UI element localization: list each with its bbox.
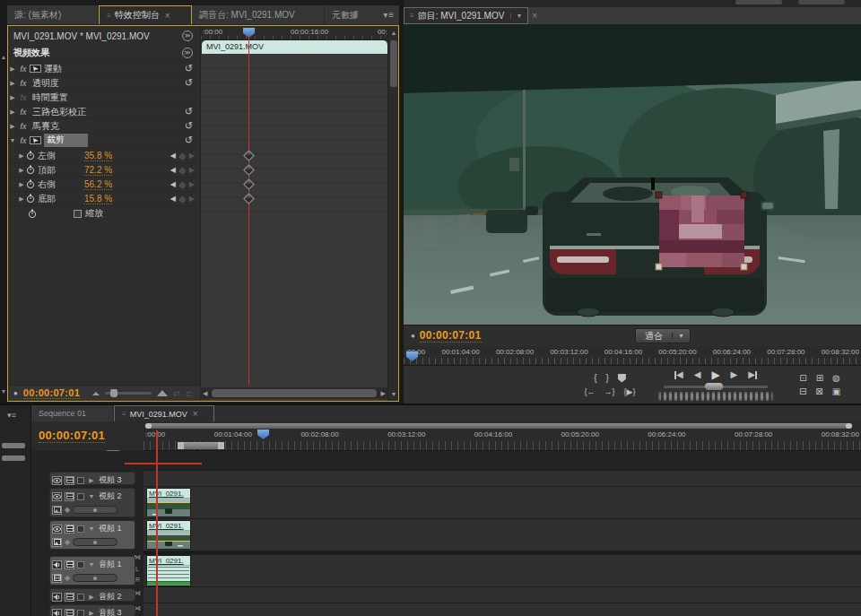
go-to-out-button[interactable]: →} bbox=[604, 386, 615, 397]
next-keyframe-icon[interactable]: ▶ bbox=[189, 166, 195, 174]
scroll-up-icon[interactable]: ▲ bbox=[0, 54, 7, 60]
track-lane-a2[interactable] bbox=[144, 587, 861, 603]
param-row-bottom[interactable]: ▶ 底部 15.8 % ◀◆▶ bbox=[8, 192, 200, 206]
toggle-track-output-button[interactable] bbox=[52, 476, 62, 485]
tab-clip-timeline[interactable]: ≡ MVI_0291.MOV × bbox=[114, 405, 214, 421]
add-keyframe-icon[interactable]: ◆ bbox=[179, 195, 186, 204]
viewbar-handle[interactable] bbox=[846, 423, 852, 429]
next-keyframe-icon[interactable]: ▶ bbox=[189, 180, 195, 188]
track-lane-v2[interactable]: MVI_0291. bbox=[144, 487, 861, 519]
param-value[interactable]: 15.8 % bbox=[84, 194, 112, 204]
show-keyframes-icon[interactable]: ◆ bbox=[65, 538, 70, 546]
chevron-down-icon[interactable]: ▼ bbox=[510, 13, 522, 19]
sync-lock-button[interactable] bbox=[65, 560, 74, 569]
close-icon[interactable]: × bbox=[532, 11, 537, 21]
next-keyframe-icon[interactable]: ▶ bbox=[189, 195, 195, 203]
scroll-down-icon[interactable]: ▼ bbox=[388, 391, 399, 397]
zoom-in-icon[interactable] bbox=[157, 390, 168, 396]
chevron-down-icon[interactable]: ▼ bbox=[87, 525, 96, 532]
tab-sequence-01[interactable]: Sequence 01 bbox=[31, 405, 114, 421]
stopwatch-icon[interactable] bbox=[26, 165, 35, 175]
chevron-down-icon[interactable]: ▼ bbox=[87, 561, 96, 568]
tab-metadata[interactable]: 元數據 bbox=[325, 5, 377, 24]
clip-v1[interactable]: MVI_0291. bbox=[146, 520, 191, 550]
add-keyframe-icon[interactable]: ◆ bbox=[179, 180, 186, 189]
show-keyframes-icon[interactable]: ◆ bbox=[65, 574, 70, 582]
opacity-rubber-band[interactable] bbox=[147, 502, 190, 503]
opacity-rubber-band[interactable] bbox=[147, 541, 190, 542]
toggle-track-output-button[interactable] bbox=[52, 609, 62, 616]
mark-out-button[interactable]: } bbox=[606, 373, 609, 384]
toggle-track-output-button[interactable] bbox=[52, 492, 62, 501]
show-keyframes-icon[interactable]: ◆ bbox=[65, 506, 70, 514]
program-video-frame[interactable] bbox=[404, 25, 861, 325]
ecp-timecode[interactable]: 00:00:07:01 bbox=[23, 387, 80, 399]
reset-icon[interactable]: ↺ bbox=[185, 134, 193, 146]
scroll-down-icon[interactable]: ▼ bbox=[0, 388, 7, 395]
play-button[interactable]: ▶ bbox=[711, 369, 719, 381]
chevron-down-icon[interactable]: ▼ bbox=[87, 493, 96, 499]
stopwatch-icon[interactable] bbox=[28, 209, 37, 219]
scrollbar-thumb[interactable] bbox=[390, 40, 397, 87]
shuttle-slider[interactable] bbox=[664, 386, 768, 388]
program-timecode[interactable]: 00:00:07:01 bbox=[420, 329, 482, 343]
param-value[interactable]: 56.2 % bbox=[84, 179, 112, 190]
effect-row-motion[interactable]: ▶ fx 運動 ↺ bbox=[8, 62, 200, 76]
next-keyframe-icon[interactable]: ▶ bbox=[189, 152, 195, 160]
ecp-clip-bar[interactable]: MVI_0291.MOV bbox=[202, 40, 387, 54]
play-in-to-out-button[interactable]: {▶} bbox=[624, 386, 636, 397]
track-lock-toggle[interactable] bbox=[77, 561, 84, 568]
prev-keyframe-icon[interactable]: ◀ bbox=[170, 195, 176, 203]
add-keyframe-icon[interactable]: ◆ bbox=[179, 166, 186, 175]
close-icon[interactable]: × bbox=[165, 11, 170, 21]
track-lock-toggle[interactable] bbox=[77, 525, 84, 533]
ecp-ruler[interactable]: :00:00 00:00:16:00 00: bbox=[201, 26, 389, 40]
sync-lock-button[interactable] bbox=[65, 609, 74, 616]
jog-disk[interactable] bbox=[658, 392, 773, 401]
reset-icon[interactable]: ↺ bbox=[185, 120, 193, 132]
track-lane-a1[interactable]: MVI_0291. bbox=[144, 555, 861, 587]
track-header-v3[interactable]: ▶ 視頻 3 bbox=[49, 472, 135, 485]
work-area-handle[interactable] bbox=[218, 442, 224, 449]
toggle-track-output-button[interactable] bbox=[52, 560, 62, 569]
track-lane-v3[interactable] bbox=[144, 471, 861, 487]
reset-icon[interactable]: ↺ bbox=[185, 63, 193, 74]
param-value[interactable]: 35.8 % bbox=[84, 151, 112, 161]
ecp-zoom-slider[interactable] bbox=[105, 392, 152, 395]
zoom-out-icon[interactable] bbox=[92, 392, 100, 395]
clip-a1[interactable]: MVI_0291. bbox=[146, 555, 191, 586]
track-header-a2[interactable]: ▶ 音頻 2 bbox=[49, 588, 135, 602]
chevron-right-icon[interactable]: ▶ bbox=[8, 65, 17, 73]
monitor-ruler[interactable]: :00:00 00:01:04:00 00:02:08:00 00:03:12:… bbox=[404, 346, 861, 366]
scroll-up-icon[interactable]: ▲ bbox=[388, 30, 399, 36]
track-header-a1[interactable]: ▼ 音頻 1 ◆ bbox=[49, 556, 135, 586]
add-marker-button[interactable] bbox=[618, 374, 626, 383]
extract-button[interactable]: ⊠ bbox=[815, 386, 822, 397]
set-display-style-button[interactable] bbox=[52, 574, 62, 583]
reset-icon[interactable]: ↺ bbox=[185, 77, 193, 89]
param-row-scale[interactable]: 縮放 bbox=[8, 206, 200, 221]
chevron-right-icon[interactable]: ▶ bbox=[8, 108, 17, 116]
timeline-timecode[interactable]: 00:00:07:01 bbox=[39, 429, 105, 443]
keyframe-capsule[interactable] bbox=[73, 574, 117, 582]
clip-v2[interactable]: MVI_0291. bbox=[146, 488, 191, 517]
set-display-style-button[interactable] bbox=[52, 538, 62, 547]
chevron-down-icon[interactable]: ▼ bbox=[8, 137, 17, 143]
mark-in-button[interactable]: { bbox=[594, 373, 596, 384]
panel-menu-icon[interactable]: ▾ ≡ bbox=[378, 5, 399, 24]
stopwatch-icon[interactable] bbox=[26, 194, 35, 204]
track-header-a3[interactable]: ▶ 音頻 3 bbox=[49, 604, 135, 616]
track-lock-toggle[interactable] bbox=[77, 594, 84, 601]
sync-lock-button[interactable] bbox=[65, 476, 74, 485]
chevron-right-icon[interactable]: ▶ bbox=[17, 181, 26, 188]
track-header-v1[interactable]: ▼ 視頻 1 ◆ bbox=[49, 520, 135, 550]
chevron-right-icon[interactable]: ▶ bbox=[17, 167, 26, 174]
chevron-right-icon[interactable]: ▶ bbox=[8, 80, 17, 87]
output-settings-button[interactable]: ◍ bbox=[832, 373, 840, 384]
tab-audio-mixer[interactable]: 調音台: MVI_0291.MOV bbox=[192, 5, 325, 24]
track-lock-toggle[interactable] bbox=[77, 493, 84, 500]
work-area-handle[interactable] bbox=[178, 442, 184, 449]
chevron-right-icon[interactable]: ▶ bbox=[87, 594, 96, 601]
param-row-top[interactable]: ▶ 頂部 72.2 % ◀◆▶ bbox=[8, 163, 200, 178]
go-to-previous-edit-button[interactable]: ◀ bbox=[674, 369, 683, 380]
